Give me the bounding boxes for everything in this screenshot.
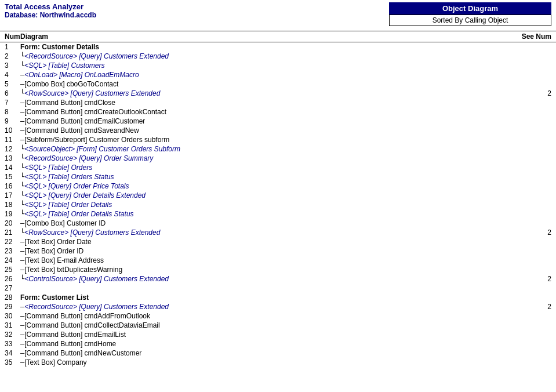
table-row: 5–[Combo Box] cboGoToContact bbox=[0, 79, 556, 89]
diagram-title: Object Diagram bbox=[389, 2, 551, 14]
table-row: 30–[Command Button] cmdAddFromOutlook bbox=[0, 311, 556, 321]
row-content: └<SQL> [Query] Order Details Extended bbox=[20, 191, 510, 200]
row-content: –[Command Button] cmdEmailList bbox=[20, 330, 510, 339]
row-number: 25 bbox=[0, 265, 20, 274]
row-content: –[Command Button] cmdHome bbox=[20, 339, 510, 349]
row-number: 31 bbox=[0, 321, 20, 330]
row-number: 23 bbox=[0, 246, 20, 256]
row-content: –[Command Button] cmdAddFromOutlook bbox=[20, 311, 510, 321]
row-number: 13 bbox=[0, 154, 20, 163]
row-number: 15 bbox=[0, 172, 20, 182]
row-see-num: 2 bbox=[510, 89, 556, 98]
row-number: 6 bbox=[0, 89, 20, 98]
table-row: 27 bbox=[0, 284, 556, 293]
row-content: –[Text Box] Order ID bbox=[20, 246, 510, 256]
row-content: –[Text Box] txtDuplicatesWarning bbox=[20, 265, 510, 274]
header-left: Total Access Analyzer Database: Northwin… bbox=[5, 2, 96, 19]
row-number: 10 bbox=[0, 126, 20, 135]
row-content: –[Text Box] Order Date bbox=[20, 237, 510, 246]
table-row: 11–[Subform/Subreport] Customer Orders s… bbox=[0, 135, 556, 144]
row-content: Form: Customer List bbox=[20, 293, 510, 302]
row-number: 17 bbox=[0, 191, 20, 200]
row-number: 14 bbox=[0, 163, 20, 172]
row-number: 33 bbox=[0, 339, 20, 349]
row-content: └<RecordSource> [Query] Order Summary bbox=[20, 154, 510, 163]
table-row: 23–[Text Box] Order ID bbox=[0, 246, 556, 256]
row-content: └<SQL> [Table] Order Details bbox=[20, 200, 510, 209]
row-content: └<SQL> [Table] Order Details Status bbox=[20, 209, 510, 219]
row-content: └<SQL> [Table] Orders bbox=[20, 163, 510, 172]
db-name: Database: Northwind.accdb bbox=[5, 11, 96, 19]
col-see-num-header: See Num bbox=[510, 32, 556, 41]
column-headers: Num Diagram See Num bbox=[0, 31, 556, 42]
table-row: 7–[Command Button] cmdClose bbox=[0, 98, 556, 107]
row-see-num: 2 bbox=[510, 302, 556, 311]
row-content: └<SQL> [Query] Order Price Totals bbox=[20, 182, 510, 191]
table-row: 24–[Text Box] E-mail Address bbox=[0, 256, 556, 265]
sort-label: Sorted By Calling Object bbox=[389, 14, 551, 26]
row-number: 1 bbox=[0, 42, 20, 52]
row-number: 27 bbox=[0, 284, 20, 293]
row-content: –<RecordSource> [Query] Customers Extend… bbox=[20, 302, 510, 311]
row-content: –[Command Button] cmdCreateOutlookContac… bbox=[20, 107, 510, 117]
row-content: –[Subform/Subreport] Customer Orders sub… bbox=[20, 135, 510, 144]
row-number: 30 bbox=[0, 311, 20, 321]
row-number: 35 bbox=[0, 358, 20, 367]
table-row: 19└<SQL> [Table] Order Details Status bbox=[0, 209, 556, 219]
table-row: 31–[Command Button] cmdCollectDataviaEma… bbox=[0, 321, 556, 330]
row-number: 28 bbox=[0, 293, 20, 302]
content: 1Form: Customer Details2└<RecordSource> … bbox=[0, 42, 556, 367]
row-content: –[Command Button] cmdEmailCustomer bbox=[20, 117, 510, 126]
row-see-num: 2 bbox=[510, 228, 556, 237]
table-row: 21└<RowSource> [Query] Customers Extende… bbox=[0, 228, 556, 237]
row-content: –[Text Box] Company bbox=[20, 358, 510, 367]
row-number: 34 bbox=[0, 349, 20, 358]
row-content: └<RowSource> [Query] Customers Extended bbox=[20, 89, 510, 98]
col-diagram-header: Diagram bbox=[20, 32, 510, 41]
row-number: 19 bbox=[0, 209, 20, 219]
table-row: 4–<OnLoad> [Macro] OnLoadEmMacro bbox=[0, 70, 556, 79]
row-number: 3 bbox=[0, 61, 20, 70]
row-number: 24 bbox=[0, 256, 20, 265]
row-number: 26 bbox=[0, 274, 20, 284]
table-row: 8–[Command Button] cmdCreateOutlookConta… bbox=[0, 107, 556, 117]
table-row: 13└<RecordSource> [Query] Order Summary bbox=[0, 154, 556, 163]
table-row: 1Form: Customer Details bbox=[0, 42, 556, 52]
table-row: 26└<ControlSource> [Query] Customers Ext… bbox=[0, 274, 556, 284]
row-content: –[Text Box] E-mail Address bbox=[20, 256, 510, 265]
col-num-header: Num bbox=[0, 32, 20, 41]
row-number: 5 bbox=[0, 79, 20, 89]
row-see-num: 2 bbox=[510, 274, 556, 284]
row-number: 21 bbox=[0, 228, 20, 237]
table-row: 18└<SQL> [Table] Order Details bbox=[0, 200, 556, 209]
row-number: 12 bbox=[0, 144, 20, 154]
table-row: 10–[Command Button] cmdSaveandNew bbox=[0, 126, 556, 135]
row-content: –[Command Button] cmdClose bbox=[20, 98, 510, 107]
row-content: └<ControlSource> [Query] Customers Exten… bbox=[20, 274, 510, 284]
table-row: 2└<RecordSource> [Query] Customers Exten… bbox=[0, 52, 556, 61]
row-content: Form: Customer Details bbox=[20, 42, 510, 52]
table-row: 17└<SQL> [Query] Order Details Extended bbox=[0, 191, 556, 200]
app-title: Total Access Analyzer bbox=[5, 2, 96, 11]
row-content: └<SourceObject> [Form] Customer Orders S… bbox=[20, 144, 510, 154]
row-content: –<OnLoad> [Macro] OnLoadEmMacro bbox=[20, 70, 510, 79]
row-number: 11 bbox=[0, 135, 20, 144]
table-row: 33–[Command Button] cmdHome bbox=[0, 339, 556, 349]
row-content: –[Combo Box] Customer ID bbox=[20, 219, 510, 228]
row-content: └<RecordSource> [Query] Customers Extend… bbox=[20, 52, 510, 61]
table-row: 35–[Text Box] Company bbox=[0, 358, 556, 367]
row-content: –[Command Button] cmdNewCustomer bbox=[20, 349, 510, 358]
table-row: 34–[Command Button] cmdNewCustomer bbox=[0, 349, 556, 358]
row-content: –[Combo Box] cboGoToContact bbox=[20, 79, 510, 89]
table-row: 15└<SQL> [Table] Orders Status bbox=[0, 172, 556, 182]
row-number: 2 bbox=[0, 52, 20, 61]
row-content: └<SQL> [Table] Customers bbox=[20, 61, 510, 70]
table-row: 22–[Text Box] Order Date bbox=[0, 237, 556, 246]
table-row: 29–<RecordSource> [Query] Customers Exte… bbox=[0, 302, 556, 311]
table-row: 28Form: Customer List bbox=[0, 293, 556, 302]
table-row: 32–[Command Button] cmdEmailList bbox=[0, 330, 556, 339]
row-number: 8 bbox=[0, 107, 20, 117]
row-number: 20 bbox=[0, 219, 20, 228]
table-row: 25–[Text Box] txtDuplicatesWarning bbox=[0, 265, 556, 274]
row-number: 7 bbox=[0, 98, 20, 107]
